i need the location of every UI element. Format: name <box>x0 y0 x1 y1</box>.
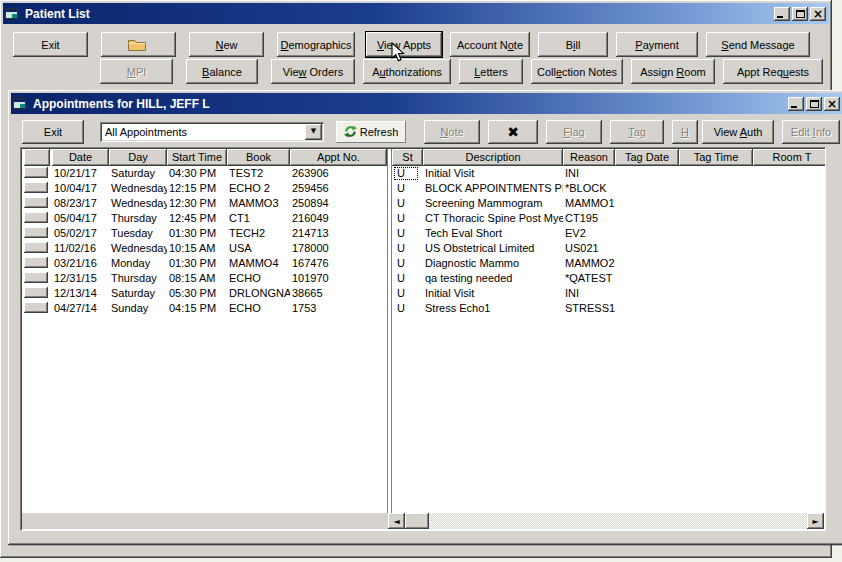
row-selector-button[interactable] <box>24 242 48 253</box>
appointment-row[interactable]: UScreening MammogramMAMMO1 <box>392 196 825 211</box>
demographics-button[interactable]: Demographics <box>277 32 355 57</box>
appointment-row[interactable]: 12/13/14Saturday05:30 PMDRLONGNAMI38665 <box>22 286 387 301</box>
appointment-row[interactable]: 05/04/17Thursday12:45 PMCT1216049 <box>22 211 387 226</box>
window-controls: × <box>788 97 840 111</box>
appointment-row[interactable]: UCT Thoracic Spine Post MyelograCT195 <box>392 211 825 226</box>
row-selector-button[interactable] <box>24 167 48 178</box>
header-cell-tag-time[interactable]: Tag Time <box>679 149 753 166</box>
appt-exit-button[interactable]: Exit <box>22 120 84 144</box>
row-selector-button[interactable] <box>24 272 48 283</box>
appointment-row[interactable]: UBLOCK APPOINTMENTS PER (*BLOCK <box>392 181 825 196</box>
appointment-row[interactable]: 11/02/16Wednesday10:15 AMUSA178000 <box>22 241 387 256</box>
account-note-button[interactable]: Account Note <box>450 32 530 57</box>
start-time-cell: 08:15 AM <box>167 271 227 286</box>
appointment-row[interactable]: UInitial VisitINI <box>392 166 825 181</box>
new-button[interactable]: New <box>189 32 264 57</box>
appointment-row[interactable]: UDiagnostic MammoMAMMO2 <box>392 256 825 271</box>
view-orders-button[interactable]: View Orders <box>271 59 355 84</box>
grid-panes: DateDayStart TimeBookAppt No.10/21/17Sat… <box>21 148 825 530</box>
status-cell: U <box>392 196 423 211</box>
appointment-row[interactable]: 03/21/16Monday01:30 PMMAMMO4167476 <box>22 256 387 271</box>
row-selector-button[interactable] <box>24 197 48 208</box>
appointment-row[interactable]: Uqa testing needed*QATEST <box>392 271 825 286</box>
balance-button[interactable]: Balance <box>186 59 258 84</box>
appointment-filter-value: All Appointments <box>100 126 305 138</box>
letters-button[interactable]: Letters <box>459 59 523 84</box>
row-selector-button[interactable] <box>24 212 48 223</box>
scroll-left-button[interactable]: ◄ <box>388 513 405 529</box>
row-selector-button[interactable] <box>24 287 48 298</box>
grid-header-row: DateDayStart TimeBookAppt No. <box>22 149 387 166</box>
status-cell: U <box>392 181 423 196</box>
header-cell-room-t[interactable]: Room T <box>753 149 825 166</box>
view-auth-button[interactable]: View Auth <box>702 120 774 144</box>
horizontal-scrollbar[interactable]: ◄ ► <box>22 513 824 529</box>
appointment-row[interactable]: UStress Echo1STRESS1 <box>392 301 825 316</box>
appointment-row[interactable]: 10/21/17Saturday04:30 PMTEST2263906 <box>22 166 387 181</box>
h-button: H <box>672 120 698 144</box>
appointment-filter-combo[interactable]: All Appointments ▼ <box>100 122 324 142</box>
view-appts-button[interactable]: View Appts <box>366 32 442 57</box>
header-cell-tag-date[interactable]: Tag Date <box>615 149 679 166</box>
patient-list-titlebar[interactable]: Patient List × <box>3 3 829 24</box>
close-button[interactable]: × <box>824 97 840 111</box>
scrollbar-thumb[interactable] <box>405 513 429 529</box>
appointment-row[interactable]: UInitial VisitINI <box>392 286 825 301</box>
row-selector-button[interactable] <box>24 302 48 313</box>
row-selector-button[interactable] <box>24 182 48 193</box>
header-cell-day[interactable]: Day <box>109 149 167 166</box>
appointment-row[interactable]: 05/02/17Tuesday01:30 PMTECH2214713 <box>22 226 387 241</box>
open-folder-button[interactable] <box>101 32 176 57</box>
book-cell: ECHO 2 <box>227 181 290 196</box>
day-cell: Monday <box>109 256 167 271</box>
exit-button[interactable]: Exit <box>13 32 88 57</box>
appointments-titlebar[interactable]: Appointments for HILL, JEFF L × <box>11 93 842 114</box>
scroll-right-button[interactable]: ► <box>807 513 824 529</box>
header-cell-st[interactable]: St <box>392 149 423 166</box>
bill-button[interactable]: Bill <box>538 32 608 57</box>
minimize-button[interactable] <box>774 7 790 21</box>
appointment-row[interactable]: 08/23/17Wednesday12:30 PMMAMMO3250894 <box>22 196 387 211</box>
header-cell-reason[interactable]: Reason <box>563 149 615 166</box>
header-cell-appt-no[interactable]: Appt No. <box>290 149 387 166</box>
date-cell: 11/02/16 <box>52 241 109 256</box>
maximize-button[interactable] <box>792 7 808 21</box>
authorizations-button[interactable]: Authorizations <box>363 59 451 84</box>
appointment-row[interactable]: UTech Eval ShortEV2 <box>392 226 825 241</box>
appointment-row[interactable]: UUS Obstetrical LimitedUS021 <box>392 241 825 256</box>
row-selector-button[interactable] <box>24 227 48 238</box>
minimize-button[interactable] <box>788 97 804 111</box>
header-cell-book[interactable]: Book <box>227 149 290 166</box>
appointment-row[interactable]: 10/04/17Wednesday12:15 PMECHO 2259456 <box>22 181 387 196</box>
combo-dropdown-button[interactable]: ▼ <box>305 124 322 140</box>
tag-date-cell <box>615 241 679 256</box>
appointment-row[interactable]: 12/31/15Thursday08:15 AMECHO101970 <box>22 271 387 286</box>
status-value: U <box>394 272 418 285</box>
view-auth-label: View Auth <box>714 126 763 138</box>
delete-appt-button[interactable]: ✖ <box>488 120 538 144</box>
appt-requests-button[interactable]: Appt Requests <box>723 59 823 84</box>
bill-label: Bill <box>566 39 581 51</box>
assign-room-button[interactable]: Assign Room <box>631 59 715 84</box>
scrollbar-track[interactable] <box>429 513 807 529</box>
maximize-button[interactable] <box>806 97 822 111</box>
header-cell-selector[interactable] <box>24 149 50 166</box>
collection-notes-label: Collection Notes <box>537 66 617 78</box>
collection-notes-button[interactable]: Collection Notes <box>531 59 623 84</box>
row-selector-cell <box>22 181 52 196</box>
day-cell: Wednesday <box>109 241 167 256</box>
send-message-button[interactable]: Send Message <box>706 32 810 57</box>
tag-time-cell <box>679 166 753 181</box>
book-cell: MAMMO3 <box>227 196 290 211</box>
header-cell-start-time[interactable]: Start Time <box>167 149 227 166</box>
row-selector-button[interactable] <box>24 257 48 268</box>
date-cell: 04/27/14 <box>52 301 109 316</box>
header-cell-date[interactable]: Date <box>52 149 109 166</box>
tag-date-cell <box>615 286 679 301</box>
close-button[interactable]: × <box>810 7 826 21</box>
payment-button[interactable]: Payment <box>616 32 698 57</box>
header-cell-description[interactable]: Description <box>423 149 563 166</box>
appointment-row[interactable]: 04/27/14Sunday04:15 PMECHO1753 <box>22 301 387 316</box>
refresh-button[interactable]: Refresh <box>336 121 406 143</box>
status-value-focused: U <box>394 167 418 180</box>
